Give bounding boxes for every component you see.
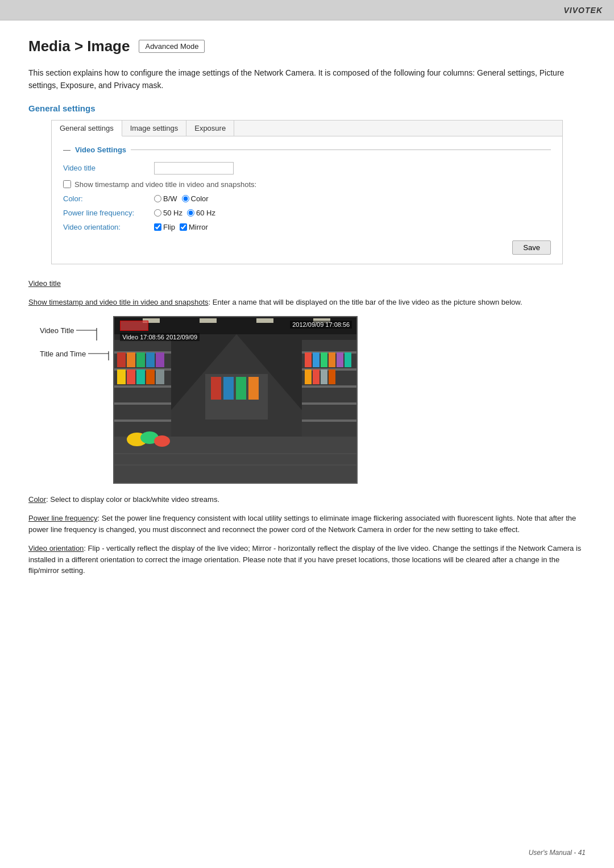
show-timestamp-desc-text: : Enter a name that will be displayed on… <box>209 298 522 306</box>
show-timestamp-checkbox[interactable] <box>63 180 71 188</box>
power-line-row: Power line frequency: 50 Hz 60 Hz <box>63 209 551 217</box>
svg-rect-42 <box>329 369 335 384</box>
svg-rect-21 <box>136 369 145 384</box>
power-line-label: Power line frequency: <box>63 209 154 217</box>
svg-rect-45 <box>223 377 234 400</box>
color-bw-option[interactable]: B/W <box>154 194 177 203</box>
video-title-input[interactable] <box>154 162 234 175</box>
svg-rect-34 <box>313 352 320 367</box>
video-orientation-desc: Video orientation: Flip - vertically ref… <box>28 543 586 576</box>
video-title-overlay-box <box>120 321 148 331</box>
settings-panel: General settings Image settings Exposure… <box>51 120 563 264</box>
svg-rect-32 <box>302 420 358 422</box>
svg-rect-14 <box>117 352 126 367</box>
video-timestamp-overlay: 2012/09/09 17:08:56 <box>290 321 352 329</box>
color-label: Color: <box>63 194 154 203</box>
svg-rect-51 <box>200 318 217 323</box>
power-line-desc-label: Power line frequency <box>28 514 97 522</box>
top-bar: VIVOTEK <box>0 0 614 20</box>
show-timestamp-row: Show timestamp and video title in video … <box>63 180 551 189</box>
svg-point-26 <box>154 435 170 447</box>
video-title-row: Video title <box>63 162 551 175</box>
footer: User's Manual - 41 <box>529 849 586 857</box>
mirror-option[interactable]: Mirror <box>180 223 208 231</box>
brand-label: VIVOTEK <box>564 6 603 15</box>
color-radio-group: B/W Color <box>154 194 209 203</box>
advanced-mode-button[interactable]: Advanced Mode <box>139 40 205 53</box>
page-description: This section explains how to configure t… <box>28 67 586 92</box>
save-button[interactable]: Save <box>512 240 551 255</box>
video-settings-divider <box>131 149 551 150</box>
power-line-60hz-radio[interactable] <box>187 209 194 217</box>
mirror-checkbox[interactable] <box>180 223 187 231</box>
power-line-50hz-option[interactable]: 50 Hz <box>154 209 182 217</box>
title-and-time-diagram-label: Title and Time <box>40 350 111 358</box>
video-orientation-row: Video orientation: Flip Mirror <box>63 223 551 231</box>
video-preview-area: Video Title Title and Time <box>40 316 586 484</box>
svg-rect-11 <box>114 385 171 388</box>
svg-rect-36 <box>329 352 335 367</box>
power-line-desc: Power line frequency: Set the power line… <box>28 513 586 535</box>
svg-rect-17 <box>146 352 155 367</box>
svg-rect-38 <box>345 352 351 367</box>
svg-rect-39 <box>305 369 312 384</box>
svg-rect-19 <box>117 369 126 384</box>
svg-rect-20 <box>127 369 135 384</box>
power-line-50hz-radio[interactable] <box>154 209 161 217</box>
tab-image-settings[interactable]: Image settings <box>122 121 187 136</box>
color-color-option[interactable]: Color <box>182 194 209 203</box>
video-settings-header: — Video Settings <box>63 146 551 154</box>
svg-rect-18 <box>156 352 164 367</box>
show-timestamp-desc-label: Show timestamp and video title in video … <box>28 298 209 306</box>
save-row: Save <box>63 240 551 255</box>
main-content: Media > Image Advanced Mode This section… <box>0 20 614 607</box>
svg-rect-12 <box>114 402 171 405</box>
general-settings-heading: General settings <box>28 103 586 113</box>
video-orientation-desc-text: : Flip - vertically reflect the display … <box>28 544 581 575</box>
svg-rect-40 <box>313 369 320 384</box>
power-line-radio-group: 50 Hz 60 Hz <box>154 209 215 217</box>
svg-rect-23 <box>156 369 164 384</box>
flip-checkbox[interactable] <box>154 223 161 231</box>
tab-general-settings[interactable]: General settings <box>52 121 122 136</box>
svg-rect-37 <box>337 352 343 367</box>
color-desc: Color: Select to display color or black/… <box>28 494 586 505</box>
show-timestamp-desc: Show timestamp and video title in video … <box>28 297 586 308</box>
video-orientation-desc-label: Video orientation <box>28 544 84 553</box>
color-bw-radio[interactable] <box>154 195 161 202</box>
video-scene-svg <box>114 317 358 484</box>
panel-body: — Video Settings Video title Show timest… <box>52 136 562 264</box>
video-orientation-group: Flip Mirror <box>154 223 208 231</box>
color-desc-label: Color <box>28 495 46 504</box>
svg-rect-35 <box>321 352 327 367</box>
video-title-desc-label: Video title <box>28 279 61 288</box>
svg-rect-52 <box>256 318 273 323</box>
page-title-row: Media > Image Advanced Mode <box>28 38 586 55</box>
svg-rect-15 <box>127 352 135 367</box>
svg-rect-16 <box>136 352 145 367</box>
video-title-desc: Video title <box>28 278 586 289</box>
svg-rect-33 <box>305 352 312 367</box>
color-desc-text: : Select to display color or black/white… <box>46 495 219 504</box>
page-wrapper: VIVOTEK Media > Image Advanced Mode This… <box>0 0 614 868</box>
tab-exposure[interactable]: Exposure <box>186 121 234 136</box>
video-title-label: Video title <box>63 164 154 172</box>
tabs-row: General settings Image settings Exposure <box>52 121 562 136</box>
video-settings-label: Video Settings <box>75 146 126 154</box>
power-line-60hz-option[interactable]: 60 Hz <box>187 209 215 217</box>
show-timestamp-label: Show timestamp and video title in video … <box>74 180 256 189</box>
svg-rect-30 <box>302 385 358 388</box>
color-color-radio[interactable] <box>182 195 189 202</box>
power-line-desc-text: : Set the power line frequency consisten… <box>28 514 576 534</box>
footer-text: User's Manual - 41 <box>529 849 586 857</box>
svg-rect-46 <box>236 377 246 400</box>
svg-rect-13 <box>114 420 171 422</box>
svg-rect-31 <box>302 402 358 405</box>
svg-rect-41 <box>321 369 327 384</box>
video-preview-container: 2012/09/09 17:08:56 Video 17:08:56 2012/… <box>113 316 358 484</box>
svg-rect-44 <box>211 377 221 400</box>
video-title-diagram-label: Video Title <box>40 326 111 335</box>
color-row: Color: B/W Color <box>63 194 551 203</box>
flip-option[interactable]: Flip <box>154 223 175 231</box>
video-overlay-text: Video 17:08:56 2012/09/09 <box>120 333 200 341</box>
